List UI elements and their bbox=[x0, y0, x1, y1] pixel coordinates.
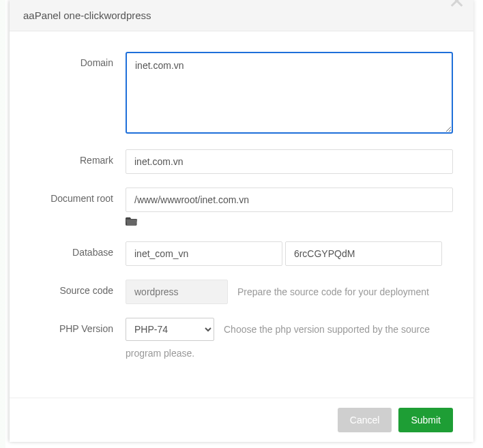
modal-footer: Cancel Submit bbox=[10, 398, 473, 442]
docroot-input[interactable] bbox=[126, 188, 453, 212]
modal-body: Domain inet.com.vn Remark Document root … bbox=[10, 31, 473, 398]
remark-label: Remark bbox=[30, 149, 126, 166]
domain-input[interactable]: inet.com.vn bbox=[126, 52, 453, 134]
database-name-input[interactable] bbox=[126, 241, 282, 266]
php-version-select[interactable]: PHP-74 bbox=[126, 318, 214, 341]
close-icon[interactable]: ✕ bbox=[446, 0, 467, 16]
source-hint: Prepare the source code for your deploym… bbox=[237, 285, 453, 299]
folder-icon[interactable] bbox=[126, 216, 453, 228]
source-code-input bbox=[126, 280, 228, 304]
php-hint-line1: Choose the php version supported by the … bbox=[224, 323, 453, 337]
modal-header: aaPanel one-clickwordpress ✕ bbox=[10, 0, 473, 31]
submit-button[interactable]: Submit bbox=[398, 408, 453, 432]
database-label: Database bbox=[30, 241, 126, 258]
php-hint-line2: program please. bbox=[126, 346, 453, 361]
modal-dialog: aaPanel one-clickwordpress ✕ Domain inet… bbox=[10, 0, 473, 442]
source-label: Source code bbox=[30, 280, 126, 296]
database-password-input[interactable] bbox=[285, 241, 442, 266]
cancel-button[interactable]: Cancel bbox=[338, 408, 392, 432]
remark-input[interactable] bbox=[126, 149, 453, 174]
docroot-label: Document root bbox=[30, 188, 126, 204]
domain-label: Domain bbox=[30, 52, 126, 68]
php-label: PHP Version bbox=[30, 318, 126, 334]
modal-title: aaPanel one-clickwordpress bbox=[23, 10, 460, 21]
